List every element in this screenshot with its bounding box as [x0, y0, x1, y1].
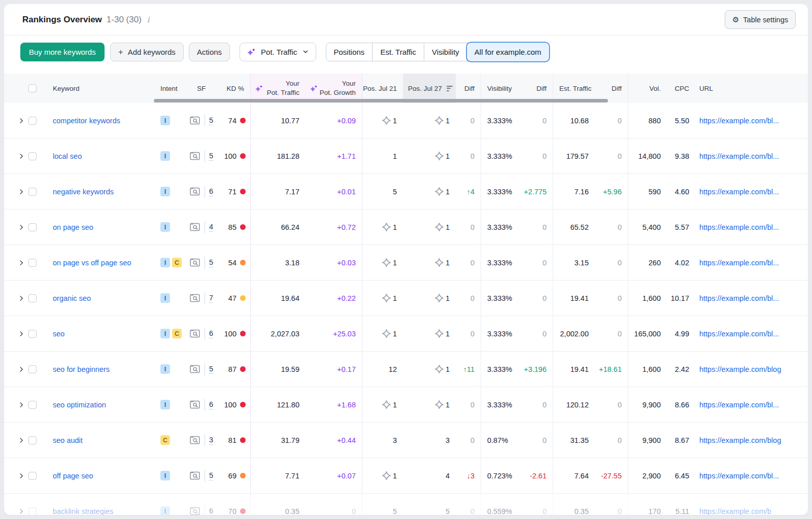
serp-features-count[interactable]: 7: [209, 294, 213, 303]
serp-features-count[interactable]: 5: [209, 116, 213, 125]
add-keywords-button[interactable]: + Add keywords: [110, 43, 184, 61]
keyword-link[interactable]: local seo: [53, 152, 82, 160]
row-checkbox[interactable]: [28, 436, 37, 444]
url-link[interactable]: https://example.com/bl...: [699, 330, 779, 338]
keyword-link[interactable]: competitor keywords: [53, 117, 120, 125]
row-checkbox[interactable]: [28, 472, 37, 480]
serp-features-count[interactable]: 5: [209, 471, 213, 480]
row-checkbox[interactable]: [28, 507, 37, 515]
url-cell: https://example.com/bl...: [695, 210, 800, 245]
select-all-checkbox[interactable]: [28, 84, 37, 92]
row-checkbox[interactable]: [28, 188, 37, 196]
horizontal-scrollbar[interactable]: [154, 99, 608, 102]
row-expander[interactable]: [14, 210, 28, 245]
table-header: Keyword Intent SF KD % YourPot. Traffic …: [4, 74, 808, 103]
url-link[interactable]: https://example.com/blog: [699, 436, 781, 444]
serp-features-count[interactable]: 4: [209, 223, 213, 232]
cpc-value: 4.02: [667, 245, 695, 280]
url-link[interactable]: https://example.com/bl...: [699, 188, 779, 196]
url-link[interactable]: https://example.com/bl...: [699, 401, 779, 409]
keyword-link[interactable]: seo: [53, 330, 64, 338]
est-traffic-value: 31.35: [553, 423, 595, 458]
intent-badge-I: I: [160, 116, 170, 125]
row-checkbox[interactable]: [28, 152, 37, 160]
url-link[interactable]: https://example.com/bl...: [699, 472, 779, 480]
row-expander[interactable]: [14, 458, 28, 493]
table-settings-button[interactable]: ⚙ Table settings: [725, 10, 796, 29]
keyword-link[interactable]: off page seo: [53, 472, 93, 480]
serp-features-icon: [190, 187, 200, 196]
url-link[interactable]: https://example.com/bl...: [699, 259, 779, 267]
table-row: seoIC61002,027.03+25.031103.333%02,002.0…: [4, 316, 808, 352]
intent-badges: IC: [156, 245, 187, 280]
url-link[interactable]: https://example.com/blog: [699, 365, 781, 373]
row-checkbox[interactable]: [28, 365, 37, 373]
tab-visibility[interactable]: Visibility: [424, 43, 467, 61]
pos-jul27-value: 1: [403, 316, 456, 351]
row-expander[interactable]: [14, 352, 28, 387]
cpc-value: 9.38: [667, 139, 695, 174]
row-checkbox[interactable]: [28, 401, 37, 409]
keyword-link[interactable]: seo optimization: [53, 401, 106, 409]
est-traffic-value: 3.15: [553, 245, 595, 280]
serp-features-count[interactable]: 5: [209, 365, 213, 374]
row-expander[interactable]: [14, 316, 28, 351]
serp-features-count[interactable]: 6: [209, 187, 213, 196]
position-feature-icon: [434, 116, 444, 125]
actions-button[interactable]: Actions: [189, 43, 230, 61]
keyword-link[interactable]: backlink strategies: [53, 507, 113, 515]
header-keyword[interactable]: Keyword: [47, 74, 156, 103]
row-expander[interactable]: [14, 103, 28, 138]
url-cell: https://example.com/bl...: [695, 139, 800, 174]
serp-features-count[interactable]: 6: [209, 507, 213, 515]
row-checkbox[interactable]: [28, 294, 37, 302]
row-checkbox[interactable]: [28, 117, 37, 125]
keyword-link[interactable]: on page seo: [53, 223, 93, 231]
intent-badges: I: [156, 458, 187, 493]
url-link[interactable]: https://example.com/bl...: [699, 294, 779, 302]
tab-est-traffic[interactable]: Est. Traffic: [373, 43, 424, 61]
row-checkbox[interactable]: [28, 330, 37, 338]
row-expander[interactable]: [14, 423, 28, 458]
intent-badge-C: C: [160, 435, 170, 445]
keyword-link[interactable]: on page vs off page seo: [53, 259, 131, 267]
kd-cell: 74: [216, 103, 251, 138]
serp-features-count[interactable]: 5: [209, 152, 213, 161]
serp-features-count[interactable]: 3: [209, 436, 213, 445]
keyword-link[interactable]: negative keywords: [53, 188, 114, 196]
url-link[interactable]: https://example.com/bl...: [699, 117, 779, 125]
row-expander[interactable]: [14, 281, 28, 316]
keyword-link[interactable]: organic seo: [53, 294, 91, 302]
url-link[interactable]: https://example.com/bl...: [699, 152, 779, 160]
keyword-link[interactable]: seo for beginners: [53, 365, 110, 373]
row-checkbox[interactable]: [28, 259, 37, 267]
kd-dot: [240, 366, 246, 372]
url-link[interactable]: https://example.com/bl...: [699, 223, 779, 231]
cpc-value: 10.17: [667, 281, 695, 316]
row-expander[interactable]: [14, 494, 28, 515]
serp-features-count[interactable]: 6: [209, 329, 213, 338]
buy-more-keywords-button[interactable]: Buy more keywords: [20, 43, 105, 61]
info-icon[interactable]: i: [147, 15, 150, 24]
tab-positions[interactable]: Positions: [326, 43, 373, 61]
url-link[interactable]: https://example.com/b: [699, 507, 771, 515]
row-expander[interactable]: [14, 387, 28, 422]
header-cpc[interactable]: CPC: [667, 74, 695, 103]
serp-features-count[interactable]: 6: [209, 400, 213, 409]
cpc-value: 5.11: [667, 494, 695, 515]
volume-value: 5,400: [628, 210, 667, 245]
header-url[interactable]: URL: [695, 74, 800, 103]
row-checkbox[interactable]: [28, 223, 37, 231]
header-volume[interactable]: Vol.: [628, 74, 667, 103]
row-expander[interactable]: [14, 174, 28, 209]
metric-dropdown[interactable]: Pot. Traffic: [240, 43, 316, 61]
pot-growth-value: +0.17: [306, 352, 362, 387]
tab-all-for-example-com[interactable]: All for example.com: [467, 43, 549, 61]
row-expander[interactable]: [14, 139, 28, 174]
keyword-link[interactable]: seo audit: [53, 436, 83, 444]
intent-badges: I: [156, 103, 187, 138]
intent-badge-I: I: [160, 258, 170, 267]
serp-features-count[interactable]: 5: [209, 258, 213, 267]
row-expander[interactable]: [14, 245, 28, 280]
est-traffic-value: 65.52: [553, 210, 595, 245]
